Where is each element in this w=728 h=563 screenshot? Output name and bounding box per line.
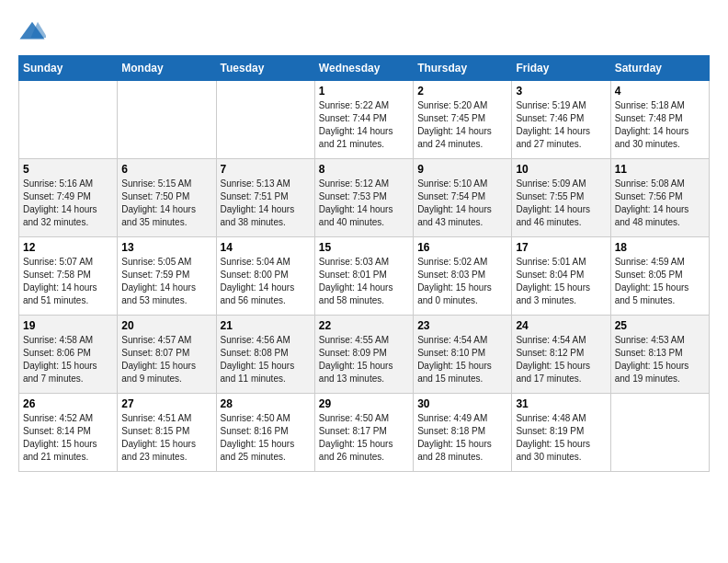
day-header-saturday: Saturday xyxy=(610,56,709,81)
days-header-row: SundayMondayTuesdayWednesdayThursdayFrid… xyxy=(19,56,710,81)
day-info: Sunrise: 5:01 AM Sunset: 8:04 PM Dayligh… xyxy=(516,256,606,307)
day-number: 7 xyxy=(221,163,311,176)
day-info: Sunrise: 4:54 AM Sunset: 8:10 PM Dayligh… xyxy=(417,334,507,385)
week-row-3: 12Sunrise: 5:07 AM Sunset: 7:58 PM Dayli… xyxy=(19,237,710,316)
day-info: Sunrise: 5:04 AM Sunset: 8:00 PM Dayligh… xyxy=(221,256,311,307)
calendar-cell: 18Sunrise: 4:59 AM Sunset: 8:05 PM Dayli… xyxy=(610,237,709,316)
calendar-cell: 24Sunrise: 4:54 AM Sunset: 8:12 PM Dayli… xyxy=(512,316,610,394)
day-info: Sunrise: 5:16 AM Sunset: 7:49 PM Dayligh… xyxy=(23,178,113,229)
day-info: Sunrise: 4:50 AM Sunset: 8:16 PM Dayligh… xyxy=(221,412,311,464)
week-row-4: 19Sunrise: 4:58 AM Sunset: 8:06 PM Dayli… xyxy=(19,316,710,394)
calendar-cell: 3Sunrise: 5:19 AM Sunset: 7:46 PM Daylig… xyxy=(512,81,610,159)
calendar-cell: 14Sunrise: 5:04 AM Sunset: 8:00 PM Dayli… xyxy=(216,237,314,316)
day-number: 12 xyxy=(23,241,113,254)
calendar-cell: 27Sunrise: 4:51 AM Sunset: 8:15 PM Dayli… xyxy=(118,394,216,472)
day-number: 18 xyxy=(615,241,705,254)
week-row-5: 26Sunrise: 4:52 AM Sunset: 8:14 PM Dayli… xyxy=(19,394,710,472)
day-info: Sunrise: 5:03 AM Sunset: 8:01 PM Dayligh… xyxy=(319,256,409,307)
day-header-monday: Monday xyxy=(118,56,216,81)
day-info: Sunrise: 4:51 AM Sunset: 8:15 PM Dayligh… xyxy=(121,412,211,464)
calendar-cell: 15Sunrise: 5:03 AM Sunset: 8:01 PM Dayli… xyxy=(314,237,413,316)
calendar-cell: 30Sunrise: 4:49 AM Sunset: 8:18 PM Dayli… xyxy=(414,394,512,472)
day-number: 28 xyxy=(221,397,311,410)
calendar-cell: 12Sunrise: 5:07 AM Sunset: 7:58 PM Dayli… xyxy=(19,237,118,316)
day-header-wednesday: Wednesday xyxy=(314,56,413,81)
day-number: 17 xyxy=(516,241,606,254)
day-number: 5 xyxy=(23,163,113,176)
day-number: 14 xyxy=(221,241,311,254)
day-number: 9 xyxy=(417,163,507,176)
day-number: 15 xyxy=(319,241,409,254)
day-number: 19 xyxy=(23,319,113,332)
day-info: Sunrise: 5:09 AM Sunset: 7:55 PM Dayligh… xyxy=(516,178,606,229)
day-info: Sunrise: 5:12 AM Sunset: 7:53 PM Dayligh… xyxy=(319,178,409,229)
calendar-cell xyxy=(610,394,709,472)
calendar-cell: 25Sunrise: 4:53 AM Sunset: 8:13 PM Dayli… xyxy=(610,316,709,394)
day-number: 4 xyxy=(615,85,705,98)
calendar-cell: 28Sunrise: 4:50 AM Sunset: 8:16 PM Dayli… xyxy=(216,394,314,472)
calendar-cell: 1Sunrise: 5:22 AM Sunset: 7:44 PM Daylig… xyxy=(314,81,413,159)
day-number: 10 xyxy=(516,163,606,176)
day-number: 11 xyxy=(615,163,705,176)
calendar-cell: 10Sunrise: 5:09 AM Sunset: 7:55 PM Dayli… xyxy=(512,159,610,237)
day-header-friday: Friday xyxy=(512,56,610,81)
calendar-cell: 26Sunrise: 4:52 AM Sunset: 8:14 PM Dayli… xyxy=(19,394,118,472)
calendar-cell: 9Sunrise: 5:10 AM Sunset: 7:54 PM Daylig… xyxy=(414,159,512,237)
week-row-2: 5Sunrise: 5:16 AM Sunset: 7:49 PM Daylig… xyxy=(19,159,710,237)
page-header xyxy=(18,18,710,46)
day-info: Sunrise: 5:08 AM Sunset: 7:56 PM Dayligh… xyxy=(615,178,705,229)
calendar-cell: 17Sunrise: 5:01 AM Sunset: 8:04 PM Dayli… xyxy=(512,237,610,316)
calendar-cell: 21Sunrise: 4:56 AM Sunset: 8:08 PM Dayli… xyxy=(216,316,314,394)
calendar-cell: 2Sunrise: 5:20 AM Sunset: 7:45 PM Daylig… xyxy=(414,81,512,159)
calendar-cell: 7Sunrise: 5:13 AM Sunset: 7:51 PM Daylig… xyxy=(216,159,314,237)
day-number: 26 xyxy=(23,397,113,410)
day-info: Sunrise: 4:55 AM Sunset: 8:09 PM Dayligh… xyxy=(319,334,409,385)
day-header-sunday: Sunday xyxy=(19,56,118,81)
day-number: 29 xyxy=(319,397,409,410)
calendar-cell: 11Sunrise: 5:08 AM Sunset: 7:56 PM Dayli… xyxy=(610,159,709,237)
day-number: 8 xyxy=(319,163,409,176)
day-number: 3 xyxy=(516,85,606,98)
day-info: Sunrise: 4:48 AM Sunset: 8:19 PM Dayligh… xyxy=(516,412,606,464)
calendar-cell: 5Sunrise: 5:16 AM Sunset: 7:49 PM Daylig… xyxy=(19,159,118,237)
day-info: Sunrise: 4:58 AM Sunset: 8:06 PM Dayligh… xyxy=(23,334,113,385)
calendar-cell: 29Sunrise: 4:50 AM Sunset: 8:17 PM Dayli… xyxy=(314,394,413,472)
day-header-tuesday: Tuesday xyxy=(216,56,314,81)
day-number: 27 xyxy=(121,397,211,410)
calendar-cell: 16Sunrise: 5:02 AM Sunset: 8:03 PM Dayli… xyxy=(414,237,512,316)
calendar-cell xyxy=(19,81,118,159)
calendar-cell: 6Sunrise: 5:15 AM Sunset: 7:50 PM Daylig… xyxy=(118,159,216,237)
day-number: 30 xyxy=(417,397,507,410)
calendar-cell: 13Sunrise: 5:05 AM Sunset: 7:59 PM Dayli… xyxy=(118,237,216,316)
day-number: 24 xyxy=(516,319,606,332)
logo-icon xyxy=(18,18,46,46)
day-info: Sunrise: 5:19 AM Sunset: 7:46 PM Dayligh… xyxy=(516,99,606,151)
week-row-1: 1Sunrise: 5:22 AM Sunset: 7:44 PM Daylig… xyxy=(19,81,710,159)
day-info: Sunrise: 5:10 AM Sunset: 7:54 PM Dayligh… xyxy=(417,178,507,229)
day-number: 16 xyxy=(417,241,507,254)
calendar-cell: 22Sunrise: 4:55 AM Sunset: 8:09 PM Dayli… xyxy=(314,316,413,394)
day-info: Sunrise: 4:57 AM Sunset: 8:07 PM Dayligh… xyxy=(121,334,211,385)
day-info: Sunrise: 4:49 AM Sunset: 8:18 PM Dayligh… xyxy=(417,412,507,464)
day-info: Sunrise: 4:54 AM Sunset: 8:12 PM Dayligh… xyxy=(516,334,606,385)
day-info: Sunrise: 4:53 AM Sunset: 8:13 PM Dayligh… xyxy=(615,334,705,385)
calendar-cell: 8Sunrise: 5:12 AM Sunset: 7:53 PM Daylig… xyxy=(314,159,413,237)
day-number: 21 xyxy=(221,319,311,332)
calendar-table: SundayMondayTuesdayWednesdayThursdayFrid… xyxy=(18,55,710,472)
calendar-cell: 31Sunrise: 4:48 AM Sunset: 8:19 PM Dayli… xyxy=(512,394,610,472)
day-info: Sunrise: 5:05 AM Sunset: 7:59 PM Dayligh… xyxy=(121,256,211,307)
day-header-thursday: Thursday xyxy=(414,56,512,81)
day-info: Sunrise: 5:20 AM Sunset: 7:45 PM Dayligh… xyxy=(417,99,507,151)
day-info: Sunrise: 4:52 AM Sunset: 8:14 PM Dayligh… xyxy=(23,412,113,464)
day-info: Sunrise: 4:50 AM Sunset: 8:17 PM Dayligh… xyxy=(319,412,409,464)
day-info: Sunrise: 5:15 AM Sunset: 7:50 PM Dayligh… xyxy=(121,178,211,229)
day-number: 25 xyxy=(615,319,705,332)
calendar-cell xyxy=(118,81,216,159)
day-number: 1 xyxy=(319,85,409,98)
day-number: 13 xyxy=(121,241,211,254)
day-info: Sunrise: 5:18 AM Sunset: 7:48 PM Dayligh… xyxy=(615,99,705,151)
day-info: Sunrise: 5:07 AM Sunset: 7:58 PM Dayligh… xyxy=(23,256,113,307)
day-number: 23 xyxy=(417,319,507,332)
day-info: Sunrise: 5:02 AM Sunset: 8:03 PM Dayligh… xyxy=(417,256,507,307)
day-number: 20 xyxy=(121,319,211,332)
